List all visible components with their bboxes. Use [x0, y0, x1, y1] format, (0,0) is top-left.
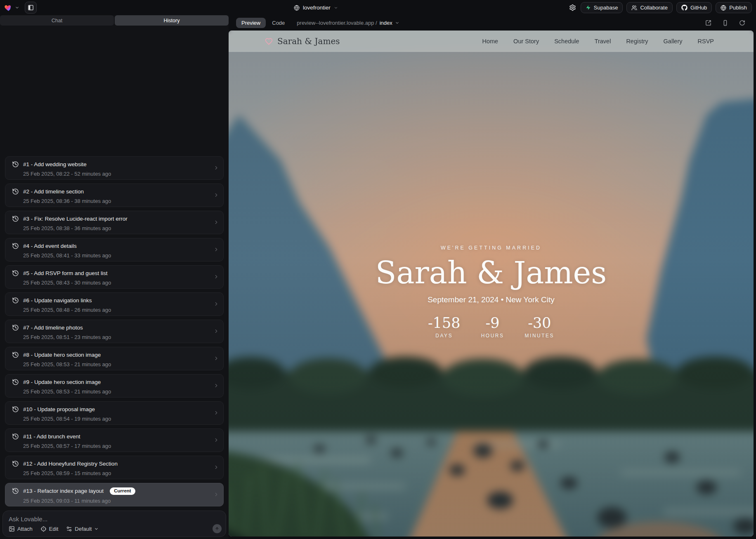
history-item-title: #5 - Add RSVP form and guest list	[23, 270, 108, 276]
countdown-hours-label: HOURS	[481, 333, 504, 339]
history-icon	[12, 324, 19, 331]
history-item-2[interactable]: #2 - Add timeline section 25 Feb 2025, 0…	[5, 184, 224, 207]
sidebar-toggle-button[interactable]	[25, 2, 37, 14]
chevron-right-icon	[213, 165, 219, 171]
history-item-11[interactable]: #11 - Add brunch event 25 Feb 2025, 08:5…	[5, 428, 224, 452]
publish-label: Publish	[729, 5, 747, 11]
site-nav-gallery[interactable]: Gallery	[664, 38, 683, 45]
site-nav-travel[interactable]: Travel	[595, 38, 611, 45]
send-button[interactable]	[213, 524, 222, 533]
history-item-title: #7 - Add timeline photos	[23, 325, 83, 331]
history-item-13-current[interactable]: #13 - Refactor index page layout Current…	[5, 483, 224, 506]
site-nav-rsvp[interactable]: RSVP	[698, 38, 714, 45]
site-nav-home[interactable]: Home	[482, 38, 498, 45]
history-item-title: #4 - Add event details	[23, 243, 77, 249]
gear-icon	[569, 4, 576, 11]
github-label: GitHub	[690, 5, 707, 11]
history-icon	[12, 351, 19, 358]
history-item-title: #3 - Fix: Resolve Lucide-react import er…	[23, 216, 128, 222]
hero-section: WE'RE GETTING MARRIED Sarah & James Sept…	[229, 245, 754, 339]
history-item-5[interactable]: #5 - Add RSVP form and guest list 25 Feb…	[5, 265, 224, 289]
countdown-minutes-label: MINUTES	[525, 333, 555, 339]
preview-url[interactable]: preview--lovefrontier.lovable.app / inde…	[297, 20, 399, 26]
countdown-minutes: -30 MINUTES	[525, 316, 555, 339]
site-preview: Sarah & James Home Our Story Schedule Tr…	[229, 31, 754, 537]
tab-history[interactable]: History	[115, 15, 229, 26]
countdown-days-label: DAYS	[428, 333, 461, 339]
site-nav-schedule[interactable]: Schedule	[554, 38, 579, 45]
tab-chat[interactable]: Chat	[0, 15, 114, 26]
history-icon	[12, 188, 19, 195]
chevron-right-icon	[213, 192, 219, 198]
history-item-timestamp: 25 Feb 2025, 08:53 - 21 minutes ago	[23, 361, 209, 367]
chevron-right-icon	[213, 437, 219, 443]
history-item-timestamp: 25 Feb 2025, 09:03 - 11 minutes ago	[23, 498, 209, 504]
hero-title: Sarah & James	[229, 257, 754, 288]
open-external-icon[interactable]	[705, 20, 711, 26]
panel-left-icon	[28, 5, 34, 11]
history-list: #1 - Add wedding website 25 Feb 2025, 08…	[0, 26, 229, 506]
preview-toolbar: Preview Code preview--lovefrontier.lovab…	[229, 15, 756, 31]
supabase-label: Supabase	[594, 5, 618, 11]
image-icon	[9, 526, 15, 532]
history-item-12[interactable]: #12 - Add Honeyfund Registry Section 25 …	[5, 456, 224, 479]
attach-label: Attach	[17, 526, 33, 532]
topbar: lovefrontier Supabase Collaborate Git	[0, 0, 756, 15]
history-item-title: #10 - Update proposal image	[23, 406, 95, 412]
history-item-timestamp: 25 Feb 2025, 08:22 - 52 minutes ago	[23, 171, 209, 177]
attach-button[interactable]: Attach	[9, 526, 33, 532]
collaborate-button[interactable]: Collaborate	[626, 2, 673, 13]
history-item-8[interactable]: #8 - Update hero section image 25 Feb 20…	[5, 347, 224, 370]
history-item-timestamp: 25 Feb 2025, 08:36 - 38 minutes ago	[23, 198, 209, 204]
edit-label: Edit	[49, 526, 58, 532]
history-item-title: #11 - Add brunch event	[23, 433, 80, 440]
tab-preview[interactable]: Preview	[236, 18, 266, 28]
site-logo-text: Sarah & James	[277, 36, 340, 46]
globe-icon	[721, 5, 726, 11]
history-item-10[interactable]: #10 - Update proposal image 25 Feb 2025,…	[5, 401, 224, 425]
chevron-down-icon	[94, 527, 99, 531]
chevron-right-icon	[213, 492, 219, 497]
history-item-timestamp: 25 Feb 2025, 08:51 - 23 minutes ago	[23, 334, 209, 340]
refresh-icon[interactable]	[739, 20, 745, 26]
history-item-title: #1 - Add wedding website	[23, 161, 87, 167]
history-item-6[interactable]: #6 - Update navigation links 25 Feb 2025…	[5, 292, 224, 316]
tab-code[interactable]: Code	[272, 20, 285, 26]
chevron-right-icon	[213, 410, 219, 416]
publish-button[interactable]: Publish	[716, 2, 752, 13]
prompt-input[interactable]	[9, 515, 220, 523]
globe-icon	[294, 5, 300, 11]
history-item-timestamp: 25 Feb 2025, 08:59 - 15 minutes ago	[23, 470, 209, 476]
prompt-composer: Attach Edit Default	[2, 511, 226, 537]
history-item-1[interactable]: #1 - Add wedding website 25 Feb 2025, 08…	[5, 156, 224, 180]
chevron-right-icon	[213, 274, 219, 280]
countdown-hours-value: -9	[481, 316, 504, 330]
mobile-view-icon[interactable]	[722, 20, 728, 26]
collaborate-label: Collaborate	[640, 5, 668, 11]
chevron-down-icon[interactable]	[15, 5, 19, 10]
history-item-9[interactable]: #9 - Update hero section image 25 Feb 20…	[5, 374, 224, 398]
site-nav-our-story[interactable]: Our Story	[513, 38, 539, 45]
lovable-heart-logo-icon[interactable]	[4, 3, 13, 12]
site-logo[interactable]: Sarah & James	[265, 36, 340, 46]
site-nav-registry[interactable]: Registry	[626, 38, 648, 45]
supabase-button[interactable]: Supabase	[581, 2, 623, 13]
countdown-days: -158 DAYS	[428, 316, 461, 339]
chevron-right-icon	[213, 355, 219, 361]
site-nav: Home Our Story Schedule Travel Registry …	[482, 38, 714, 45]
history-item-timestamp: 25 Feb 2025, 08:48 - 26 minutes ago	[23, 307, 209, 313]
history-item-3[interactable]: #3 - Fix: Resolve Lucide-react import er…	[5, 211, 224, 234]
chevron-right-icon	[213, 383, 219, 388]
history-icon	[12, 270, 19, 277]
countdown-hours: -9 HOURS	[481, 316, 504, 339]
github-button[interactable]: GitHub	[676, 2, 712, 13]
edit-select-button[interactable]: Edit	[40, 526, 58, 532]
history-item-7[interactable]: #7 - Add timeline photos 25 Feb 2025, 08…	[5, 320, 224, 343]
history-icon	[12, 406, 19, 413]
project-switcher[interactable]: lovefrontier	[294, 0, 338, 15]
history-icon	[12, 215, 19, 222]
mode-selector[interactable]: Default	[66, 526, 99, 532]
history-item-4[interactable]: #4 - Add event details 25 Feb 2025, 08:4…	[5, 238, 224, 261]
settings-button[interactable]	[568, 3, 577, 12]
history-icon	[12, 297, 19, 304]
